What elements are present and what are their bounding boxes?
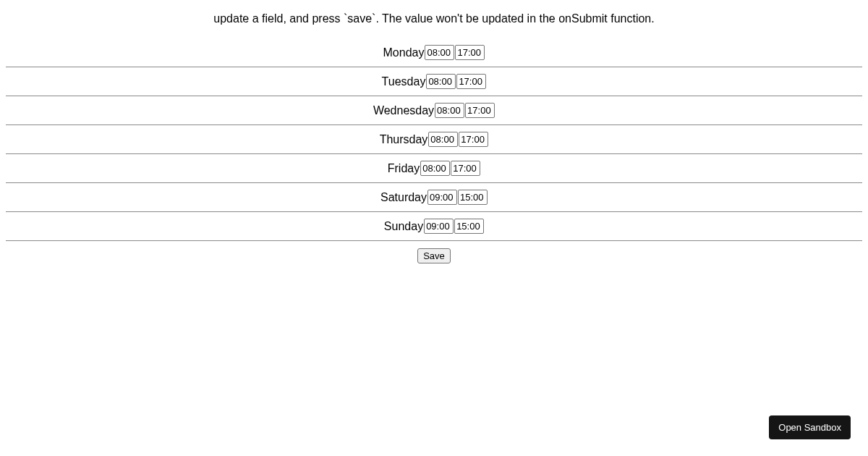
start-input-thursday[interactable] [428,132,458,147]
row-label-thursday: Thursday [380,133,428,146]
row-sunday: Sunday [6,212,862,241]
row-monday: Monday [6,38,862,67]
start-input-tuesday[interactable] [426,74,456,89]
start-input-friday[interactable] [420,161,450,176]
start-input-sunday[interactable] [424,219,454,234]
end-input-sunday[interactable] [454,219,484,234]
row-tuesday: Tuesday [6,67,862,96]
start-input-wednesday[interactable] [435,103,464,118]
row-label-monday: Monday [383,46,425,59]
instruction-text: update a field, and press `save`. The va… [0,12,868,25]
row-wednesday: Wednesday [6,96,862,125]
end-input-friday[interactable] [451,161,480,176]
end-input-monday[interactable] [455,45,485,60]
row-label-saturday: Saturday [380,191,427,204]
row-friday: Friday [6,154,862,183]
end-input-saturday[interactable] [458,190,488,205]
row-thursday: Thursday [6,125,862,154]
row-label-tuesday: Tuesday [382,75,426,88]
start-input-saturday[interactable] [427,190,457,205]
row-label-friday: Friday [388,162,420,175]
start-input-monday[interactable] [425,45,454,60]
end-input-tuesday[interactable] [456,74,486,89]
row-label-wednesday: Wednesday [373,104,434,117]
save-row: Save [0,248,868,263]
save-button[interactable]: Save [417,248,451,263]
row-label-sunday: Sunday [384,220,423,233]
end-input-thursday[interactable] [459,132,488,147]
schedule-rows: Monday Tuesday Wednesday Thursday Friday… [0,38,868,241]
open-sandbox-button[interactable]: Open Sandbox [769,415,851,439]
row-saturday: Saturday [6,183,862,212]
end-input-wednesday[interactable] [465,103,495,118]
